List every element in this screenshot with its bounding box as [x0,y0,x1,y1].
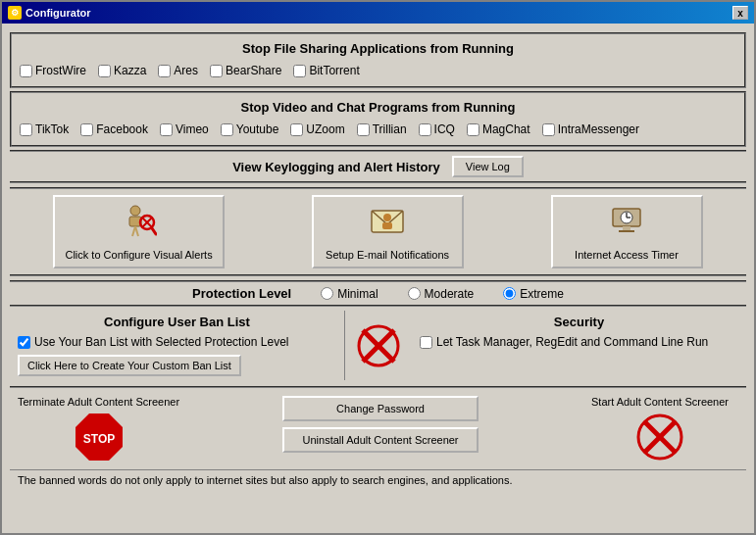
magchat-label: MagChat [482,122,530,136]
security-checkbox[interactable] [420,336,432,349]
ban-checkbox-row: Use Your Ban List with Selected Protecti… [18,335,336,349]
start-icon [634,412,685,465]
app-magchat: MagChat [467,122,530,136]
file-sharing-section: Stop File Sharing Applications from Runn… [10,32,746,88]
app-youtube: Youtube [221,122,279,136]
ares-checkbox[interactable] [158,65,171,77]
view-log-button[interactable]: View Log [452,156,524,177]
file-sharing-apps: FrostWire Kazza Ares BearShare BitTorren… [12,62,744,83]
facebook-label: Facebook [96,122,148,136]
ban-icon-area [345,311,412,380]
start-label: Start Adult Content Screener [591,396,729,408]
trillian-checkbox[interactable] [357,123,370,136]
facebook-checkbox[interactable] [80,123,93,136]
ban-list-col: Configure User Ban List Use Your Ban Lis… [10,311,345,380]
internet-timer-button[interactable]: Internet Access Timer [551,195,703,268]
keylog-section: View Keylogging and Alert History View L… [10,150,746,183]
app-bearshare: BearShare [210,64,281,77]
app-trillian: Trillian [357,122,407,136]
title-bar: ⚙ Configurator x [2,2,754,24]
app-vimeo: Vimeo [160,122,209,136]
protection-title: Protection Level [192,286,291,301]
terminate-label: Terminate Adult Content Screener [18,396,179,408]
minimal-radio[interactable] [321,287,333,300]
window-title: Configurator [25,7,91,19]
security-col: Security Let Task Manager, RegEdit and C… [412,311,746,380]
alert-buttons-row: Click to Configure Visual Alerts Setup E… [10,187,746,276]
main-window: ⚙ Configurator x Stop File Sharing Appli… [0,0,756,535]
trillian-label: Trillian [373,122,407,136]
middle-col: Change Password Uninstall Adult Content … [187,396,574,453]
main-content: Stop File Sharing Applications from Runn… [2,24,754,533]
extreme-radio[interactable] [503,287,516,300]
moderate-label: Moderate [425,287,475,301]
extreme-label: Extreme [520,287,564,301]
security-checkbox-label: Let Task Manager, RegEdit and Command Li… [436,335,708,349]
svg-rect-13 [619,230,634,232]
svg-text:STOP: STOP [82,432,114,446]
video-chat-apps: TikTok Facebook Vimeo Youtube UZoom [12,121,744,142]
protection-moderate: Moderate [408,287,475,301]
configure-visual-alerts-button[interactable]: Click to Configure Visual Alerts [53,195,224,268]
youtube-label: Youtube [236,122,279,136]
svg-line-5 [152,228,156,234]
footer-section: The banned words do not only apply to in… [10,469,746,490]
svg-rect-10 [382,222,392,229]
timer-icon [609,203,644,245]
terminate-col: Terminate Adult Content Screener STOP [18,396,179,465]
bottom-section: Terminate Adult Content Screener STOP Ch… [10,392,746,469]
security-checkbox-row: Let Task Manager, RegEdit and Command Li… [420,335,738,349]
uninstall-button[interactable]: Uninstall Adult Content Screener [282,427,479,453]
app-tiktok: TikTok [20,122,69,136]
title-bar-left: ⚙ Configurator [8,6,91,20]
app-ares: Ares [158,64,198,77]
email-icon [370,203,405,245]
svg-point-0 [130,206,140,216]
bittorrent-checkbox[interactable] [293,65,306,77]
bittorrent-label: BitTorrent [309,64,359,77]
protection-minimal: Minimal [321,287,378,301]
security-title: Security [420,315,738,329]
bearshare-label: BearShare [226,64,281,77]
kazza-checkbox[interactable] [98,65,111,77]
frostwire-label: FrostWire [35,64,86,77]
change-password-button[interactable]: Change Password [282,396,479,421]
icq-label: ICQ [434,122,455,136]
moderate-radio[interactable] [408,287,421,300]
svg-point-9 [383,214,391,221]
app-facebook: Facebook [80,122,148,136]
uzoom-checkbox[interactable] [290,123,303,136]
video-chat-title: Stop Video and Chat Programs from Runnin… [12,96,744,121]
app-icon: ⚙ [8,6,22,20]
bearshare-checkbox[interactable] [210,65,223,77]
ban-list-checkbox-label: Use Your Ban List with Selected Protecti… [34,335,289,349]
magchat-checkbox[interactable] [467,123,479,136]
crossed-swords-icon [355,322,402,369]
protection-section: Protection Level Minimal Moderate Extrem… [10,280,746,307]
vimeo-checkbox[interactable] [160,123,173,136]
close-button[interactable]: x [732,6,748,20]
setup-email-button[interactable]: Setup E-mail Notifications [312,195,464,268]
intramessenger-checkbox[interactable] [542,123,555,136]
ban-list-checkbox[interactable] [18,336,30,349]
intramessenger-label: IntraMessenger [558,122,639,136]
create-ban-list-button[interactable]: Click Here to Create Your Custom Ban Lis… [18,355,241,376]
vimeo-label: Vimeo [176,122,209,136]
app-frostwire: FrostWire [20,64,86,77]
svg-rect-12 [623,226,630,230]
file-sharing-title: Stop File Sharing Applications from Runn… [12,37,744,62]
app-bittorrent: BitTorrent [293,64,359,77]
icq-checkbox[interactable] [419,123,431,136]
ares-label: Ares [174,64,198,77]
app-intramessenger: IntraMessenger [542,122,639,136]
email-label: Setup E-mail Notifications [326,249,449,261]
youtube-checkbox[interactable] [221,123,233,136]
minimal-label: Minimal [337,287,378,301]
frostwire-checkbox[interactable] [20,65,32,77]
uzoom-label: UZoom [306,122,344,136]
tiktok-checkbox[interactable] [20,123,32,136]
ban-list-title: Configure User Ban List [18,315,336,329]
stop-sign-icon: STOP [74,412,125,465]
timer-label: Internet Access Timer [575,249,679,261]
start-col: Start Adult Content Screener [581,396,738,465]
